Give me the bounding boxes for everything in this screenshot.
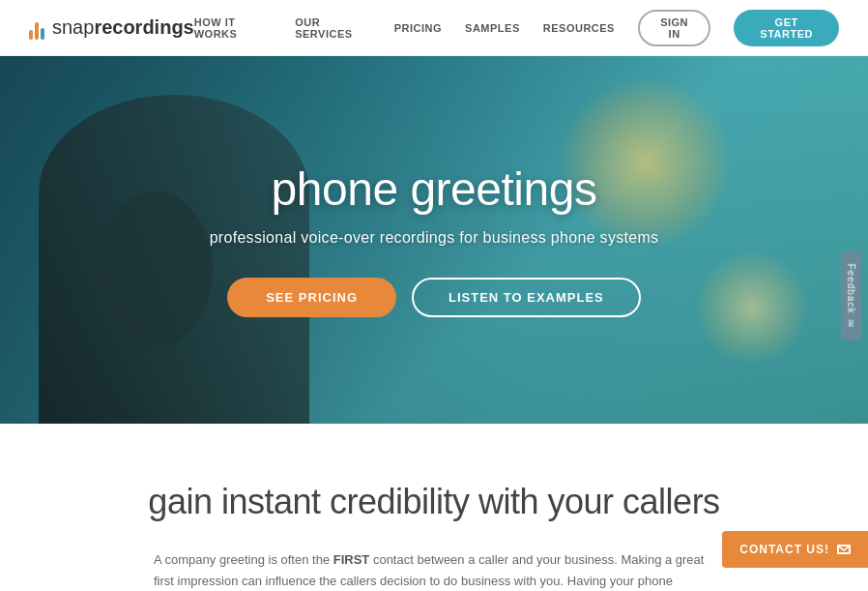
feedback-tab[interactable]: Feedback ✉ <box>841 251 861 340</box>
signin-button[interactable]: SIGN IN <box>638 10 710 46</box>
hero-subtitle: professional voice-over recordings for b… <box>210 229 659 247</box>
header: snaprecordings HOW IT WORKS OUR SERVICES… <box>0 0 868 56</box>
hero-section: phone greetings professional voice-over … <box>0 56 868 424</box>
listen-examples-button[interactable]: LISTEN TO EXAMPLES <box>412 278 641 317</box>
contact-envelope-icon <box>837 545 851 554</box>
getstarted-button[interactable]: GET STARTED <box>734 10 839 46</box>
nav-samples[interactable]: SAMPLES <box>465 22 520 34</box>
hero-title: phone greetings <box>272 163 597 216</box>
content-highlight: FIRST <box>333 552 370 567</box>
feedback-label: Feedback <box>846 263 856 313</box>
contact-us-button[interactable]: CONTACT US! <box>722 531 868 568</box>
hero-buttons: SEE PRICING LISTEN TO EXAMPLES <box>227 278 641 317</box>
contact-label: CONTACT US! <box>739 543 829 556</box>
logo-icon <box>29 16 44 40</box>
navigation: HOW IT WORKS OUR SERVICES PRICING SAMPLE… <box>194 10 839 46</box>
logo-bar-1 <box>29 30 33 40</box>
nav-how-it-works[interactable]: HOW IT WORKS <box>194 16 272 40</box>
nav-our-services[interactable]: OUR SERVICES <box>295 16 371 40</box>
feedback-envelope-icon: ✉ <box>847 319 856 328</box>
content-title: gain instant credibility with your calle… <box>77 482 791 522</box>
logo[interactable]: snaprecordings <box>29 16 194 40</box>
content-paragraph: A company greeting is often the FIRST co… <box>154 549 714 591</box>
see-pricing-button[interactable]: SEE PRICING <box>227 278 396 317</box>
logo-bar-3 <box>41 28 44 40</box>
hero-content: phone greetings professional voice-over … <box>0 56 868 424</box>
nav-resources[interactable]: RESOURCES <box>543 22 615 34</box>
logo-text: snaprecordings <box>52 16 194 39</box>
nav-pricing[interactable]: PRICING <box>394 22 442 34</box>
logo-bar-2 <box>35 22 39 40</box>
